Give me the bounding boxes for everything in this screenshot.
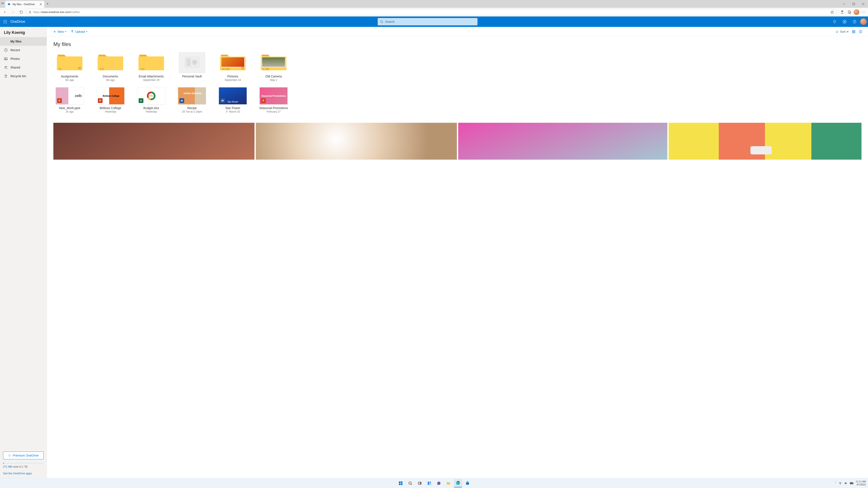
filetype-badge-icon: P — [57, 98, 62, 103]
upload-icon — [70, 30, 74, 33]
folder-count: 120 — [140, 68, 145, 71]
sidebar-item-photos[interactable]: Photos — [0, 55, 46, 63]
sidebar-item-my-files[interactable]: My files — [0, 37, 46, 46]
svg-line-21 — [382, 22, 383, 23]
folder-icon: 376 — [96, 53, 125, 73]
volume-icon[interactable] — [844, 482, 847, 485]
taskbar-search-icon[interactable] — [406, 479, 414, 487]
system-tray: ˄ 11:11 AM 4/7/2022 — [835, 480, 866, 486]
svg-rect-68 — [466, 482, 469, 485]
svg-rect-0 — [2, 3, 2, 4]
svg-point-30 — [6, 66, 7, 67]
account-avatar-icon[interactable] — [860, 19, 867, 25]
folder-tile[interactable]: 3,106Old CameraMay 2 — [257, 53, 290, 82]
nav-forward-button[interactable] — [9, 9, 17, 15]
upload-button[interactable]: Upload ▾ — [68, 28, 89, 35]
chat-icon[interactable] — [435, 479, 443, 487]
folder-icon: 53 — [56, 53, 84, 73]
store-icon[interactable] — [463, 479, 472, 487]
browser-menu-icon[interactable]: ⋯ — [860, 9, 867, 15]
profile-avatar-icon[interactable] — [854, 9, 859, 15]
svg-point-16 — [6, 22, 7, 22]
photo-tile[interactable] — [458, 123, 667, 160]
favorite-icon[interactable] — [831, 10, 834, 14]
wifi-icon[interactable] — [838, 482, 842, 485]
chevron-down-icon: ▾ — [86, 30, 87, 33]
explorer-icon[interactable] — [444, 479, 453, 487]
new-tab-button[interactable]: + — [44, 2, 51, 6]
file-tile[interactable]: Star WːwerWStar PowerMarch 20 — [217, 87, 249, 113]
svg-point-29 — [5, 66, 6, 67]
tray-clock[interactable]: 11:11 AM 4/7/2022 — [856, 480, 866, 486]
svg-marker-22 — [833, 20, 836, 23]
svg-rect-61 — [418, 482, 420, 484]
window-buttons — [839, 0, 868, 8]
collections-icon[interactable] — [846, 9, 853, 15]
window-close-button[interactable] — [859, 0, 868, 8]
app-launcher-button[interactable] — [0, 17, 10, 27]
help-icon[interactable] — [850, 17, 859, 27]
folder-count: 376 — [99, 68, 104, 71]
nav-back-button[interactable] — [1, 9, 8, 15]
file-tile[interactable]: Seasonal PromotionsPSeasonal PromotionsF… — [257, 87, 290, 113]
browser-tab[interactable]: My files - OneDrive ✕ — [5, 1, 44, 8]
premium-diamond-icon[interactable] — [830, 17, 839, 27]
premium-button[interactable]: Premium OneDrive — [3, 452, 43, 459]
edge-icon[interactable] — [454, 479, 462, 487]
file-tile[interactable]: cellsPNew_Work.pptx2h ago — [53, 87, 86, 113]
svg-rect-63 — [428, 482, 429, 485]
window-maximize-button[interactable] — [849, 0, 859, 8]
sidebar-item-recycle-bin[interactable]: Recycle bin — [0, 72, 46, 80]
onedrive-favicon-icon — [7, 3, 11, 6]
battery-icon[interactable] — [850, 482, 854, 485]
sort-button[interactable]: Sort ▾ — [834, 28, 850, 35]
settings-icon[interactable] — [840, 17, 849, 27]
photo-tile[interactable] — [53, 123, 254, 160]
folder-tile[interactable]: 53Assignments8m ago — [53, 53, 86, 82]
widgets-icon[interactable] — [425, 479, 433, 487]
nav-refresh-button[interactable] — [18, 9, 25, 15]
file-tile[interactable]: Bellows CollegePBellows CollegeYesterday — [94, 87, 127, 113]
brand-label[interactable]: OneDrive — [10, 20, 25, 24]
url-box[interactable]: https://www.onedrive.live.com/myfiles — [26, 9, 836, 15]
tab-close-icon[interactable]: ✕ — [39, 3, 42, 6]
window-titlebar: My files - OneDrive ✕ + — [0, 0, 868, 8]
svg-rect-73 — [853, 483, 854, 484]
tile-name: Old Camera — [265, 75, 282, 78]
svg-line-60 — [411, 484, 412, 485]
taskview-icon[interactable] — [416, 479, 424, 487]
favorites-bar-icon[interactable] — [839, 9, 845, 15]
search-box[interactable] — [378, 18, 477, 25]
file-tile[interactable]: XBudget.xlsxYesterday — [135, 87, 167, 113]
svg-rect-39 — [854, 30, 855, 31]
start-button[interactable] — [397, 479, 405, 487]
storage-bar — [3, 463, 43, 463]
tile-name: Recipe — [187, 106, 197, 110]
sidebar-item-shared[interactable]: Shared — [0, 63, 46, 72]
sidebar-item-recent[interactable]: Recent — [0, 46, 46, 55]
get-apps-link[interactable]: Get the OneDrive apps — [3, 472, 43, 475]
tab-zone: My files - OneDrive ✕ + — [0, 0, 51, 8]
window-minimize-button[interactable] — [839, 0, 849, 8]
svg-rect-66 — [446, 483, 450, 483]
svg-point-13 — [6, 20, 7, 21]
search-icon — [380, 20, 383, 24]
folder-tile[interactable]: Personal Vault — [176, 53, 208, 82]
new-button[interactable]: New ▾ — [51, 28, 68, 35]
search-input[interactable] — [385, 20, 475, 24]
file-tile[interactable]: Golden SmoothieWRecipe29 Tue at 2:14pm — [176, 87, 208, 113]
tab-actions-icon[interactable] — [0, 2, 5, 5]
folder-tile[interactable]: 120Email AttachmentsSeptember 29 — [135, 53, 167, 82]
tile-meta: Yesterday — [146, 110, 157, 113]
tray-chevron-icon[interactable]: ˄ — [835, 482, 836, 485]
photos-row — [53, 123, 862, 160]
folder-tile[interactable]: 376Documents9m ago — [94, 53, 127, 82]
sidebar-item-label: Shared — [10, 66, 20, 69]
view-toggle-button[interactable] — [850, 28, 857, 35]
photo-tile[interactable] — [256, 123, 457, 160]
info-pane-button[interactable] — [857, 28, 864, 35]
photo-tile[interactable] — [669, 123, 862, 160]
storage-used-link[interactable]: 271 MB — [3, 465, 12, 468]
folder-tile[interactable]: 44,160PicturesSeptember 24 — [217, 53, 249, 82]
tile-name: Email Attachments — [138, 75, 164, 78]
